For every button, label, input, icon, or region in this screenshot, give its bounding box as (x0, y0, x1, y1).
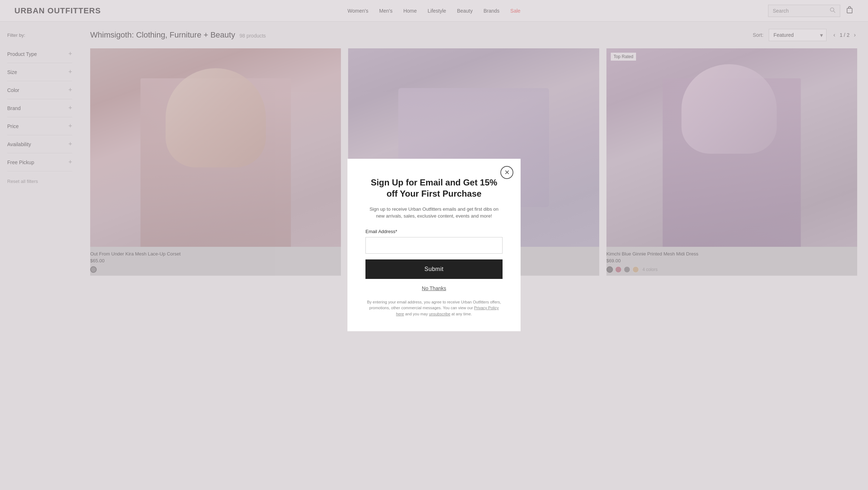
close-icon: ✕ (504, 169, 510, 176)
modal-legal-text: By entering your email address, you agre… (365, 299, 503, 317)
modal-subtitle: Sign up to receive Urban Outfitters emai… (365, 206, 503, 220)
modal: ✕ Sign Up for Email and Get 15% off Your… (347, 159, 521, 332)
modal-title: Sign Up for Email and Get 15% off Your F… (365, 177, 503, 199)
email-input[interactable] (365, 237, 503, 254)
no-thanks-button[interactable]: No Thanks (365, 285, 503, 291)
unsubscribe-link[interactable]: unsubscribe (429, 312, 450, 316)
modal-overlay[interactable]: ✕ Sign Up for Email and Get 15% off Your… (0, 0, 868, 490)
email-label: Email Address* (365, 229, 503, 234)
modal-close-button[interactable]: ✕ (500, 166, 513, 179)
submit-button[interactable]: Submit (365, 259, 503, 279)
